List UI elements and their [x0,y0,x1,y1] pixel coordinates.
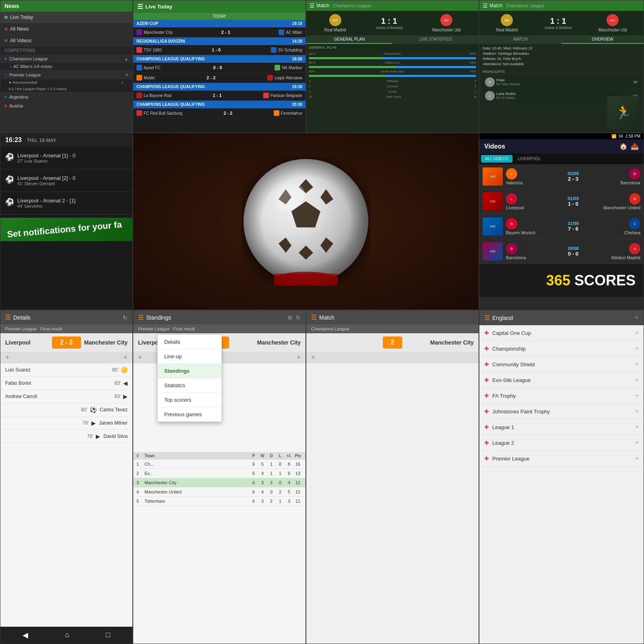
event3[interactable]: ⚽ Liverpool - Arsenal 2 - [1] 44' Gervin… [0,192,132,215]
all-news-menu-item[interactable]: All News [0,23,132,35]
corners-label: Corners [387,85,398,88]
league1-row[interactable]: ✚ League 1 + [479,419,644,435]
apoel-badge [136,65,142,70]
refresh-icon[interactable]: ↻ [123,314,128,321]
regionalliga-match-row[interactable]: TSV 1860 1 - 0 SV Schalding [133,45,305,55]
live-stats-tab[interactable]: LIVE STATISTICS [392,35,479,44]
molde-match-row[interactable]: Molde 2 - 2 Legia Warsawa [133,73,305,83]
dropdown-standings[interactable]: Standings [158,364,221,378]
cl-match-row1[interactable]: Apoel FC 0 - 0 NK Maribor [133,63,305,73]
time-display: 16:23 THU, 16 MAY [0,133,132,147]
evo-stik-row[interactable]: ✚ Evo-Stik League + [479,372,644,388]
add-away-btn[interactable]: + [123,353,128,362]
austria-item[interactable]: Austria [0,101,132,110]
league2-row[interactable]: ✚ League 2 + [479,435,644,451]
johnstones-row[interactable]: ✚ Johnstones Paint Trophy + [479,404,644,419]
row3-d: 3 [267,480,276,485]
away-event-carlos: Carlos Tevez [100,407,128,413]
video-row-1[interactable]: VID V Valencia 02/09 2 - 3 B Barcelona [479,164,644,189]
la-away: Partizan Belgrade [270,93,303,98]
match1-score: 2 - 3 [568,176,579,182]
row-5[interactable]: 5 Tottenham 6 3 2 1 3 11 [133,497,305,506]
video-row-4[interactable]: VID B Barcelona 29/08 0 - 0 A Atletico M… [479,239,644,264]
general-plan-tab[interactable]: GENERAL PLAN [306,35,392,44]
argentina-item[interactable]: Argentina [0,93,132,101]
liverpool-tab[interactable]: LIVERPOOL [514,155,545,163]
championship-row[interactable]: ✚ Championship + [479,341,644,357]
menu-icon3[interactable]: ☰ [483,2,488,9]
england-plus-9[interactable]: + [635,455,639,462]
cl-match-row2[interactable]: La Bayone Rad 1 - 1 Partizan Belgrade [133,91,305,101]
england-plus-5[interactable]: + [635,392,639,399]
back-button[interactable]: ◀ [23,631,28,640]
cl-label2: Champions League [506,3,544,8]
news-dot [4,27,8,31]
add-home3-btn[interactable]: + [311,353,316,362]
recommended-item[interactable]: ★ Recommended ▼ [0,79,132,86]
recent-button[interactable]: □ [106,631,110,640]
menu-icon4[interactable]: ☰ [5,314,11,321]
edit-icon[interactable]: ✎ [125,73,128,77]
league-sub-item[interactable]: → AC Milan's 3-8 victory [0,63,132,70]
home-icon[interactable]: 🏠 [619,142,627,150]
azeri-cup-time: 19:15 [292,21,302,26]
match-result-menu-icon[interactable]: ☰ [311,314,317,321]
home-button[interactable]: ⌂ [65,631,69,640]
event2[interactable]: ⚽ Liverpool - Arsenal [2] - 0 41' Steven… [0,169,132,192]
azeri-match-row[interactable]: Manchester City 2 - 1 AC Milan [133,27,305,37]
duels-bar-row [306,65,479,69]
england-menu-icon[interactable]: ☰ [484,314,490,322]
england-add-btn[interactable]: + [634,314,639,322]
sv-badge [271,47,277,53]
liverpool-logo: L [506,193,517,204]
england-plus-4[interactable]: + [635,376,639,384]
add-away2-btn[interactable]: + [296,353,301,362]
england-plus-2[interactable]: + [635,345,639,352]
champions-league-item[interactable]: Champions League ▲ [0,54,132,63]
video-row-2[interactable]: VID L Liverpool 01/09 1 - 0 M Manchester… [479,189,644,214]
notification-banner[interactable]: Set notifications for your fa [0,218,132,241]
cl-match-row3[interactable]: FC Red Bull Salzburg 2 - 2 Fenerbahce [133,108,305,118]
menu-icon2[interactable]: ☰ [310,2,315,9]
overview-tab[interactable]: OVERVIEW [561,35,644,44]
row-4[interactable]: 4 Manchester United 6 4 0 2 5 12 [133,487,305,497]
row-1[interactable]: 1 Ch... 6 5 1 0 8 16 [133,460,305,469]
all-videos-tab[interactable]: ALL VIDEOS [481,155,512,163]
video-row-3[interactable]: VID B Bayern Munich 31/08 7 - 6 C Chelse… [479,214,644,239]
england-cross-7: ✚ [484,424,489,430]
add-home-btn[interactable]: + [5,353,10,362]
premier-league-item[interactable]: Premier League ✎ [0,70,132,79]
event1[interactable]: ⚽ Liverpool - Arsenal [1] - 0 27' Luis S… [0,147,132,169]
capital-one-cup-row[interactable]: ✚ Capital One Cup + [479,325,644,341]
fa-trophy-row[interactable]: ✚ FA Trophy + [479,388,644,404]
dropdown-previous-games[interactable]: Previous games [158,407,221,421]
row-2[interactable]: 2 Ev... 6 4 1 1 6 13 [133,469,305,478]
premier-league-row[interactable]: ✚ Premier League + [479,451,644,466]
england-plus-1[interactable]: + [635,329,639,336]
england-plus-3[interactable]: + [635,361,639,368]
rb-home: FC Red Bull Salzburg [144,111,182,116]
bottom-nav: ◀ ⌂ □ [0,627,132,644]
scorer1-time: 98' [633,80,638,84]
england-plus-6[interactable]: + [635,408,639,415]
dropdown-statistics[interactable]: Statistics [158,378,221,393]
details-header-left: ☰ Details [5,314,31,321]
add-home2-btn[interactable]: + [138,353,142,362]
england-plus-8[interactable]: + [635,439,639,446]
share-icon[interactable]: 📤 [631,142,639,150]
dropdown-top-scorers[interactable]: Top scorers [158,393,221,407]
refresh-icon2[interactable]: ↻ [296,314,301,321]
reg-away-teams: SV Schalding [271,47,302,53]
dropdown-details[interactable]: Details [158,335,221,349]
match-tab[interactable]: MATCH [479,35,561,44]
community-shield-row[interactable]: ✚ Community Shield + [479,357,644,372]
all-videos-menu-item[interactable]: All Videos [0,35,132,47]
standings-menu-icon[interactable]: ☰ [138,314,144,321]
menu-icon[interactable]: ☰ [137,3,143,10]
dropdown-lineup[interactable]: Line-up [158,349,221,364]
live-today-menu-item[interactable]: Live Today [0,12,132,23]
row1-pos: 1 [136,462,144,466]
filter-icon[interactable]: ⚙ [287,314,293,321]
row-3[interactable]: 3 Manchester City 6 3 3 0 4 12 [133,478,305,487]
england-plus-7[interactable]: + [635,423,639,431]
